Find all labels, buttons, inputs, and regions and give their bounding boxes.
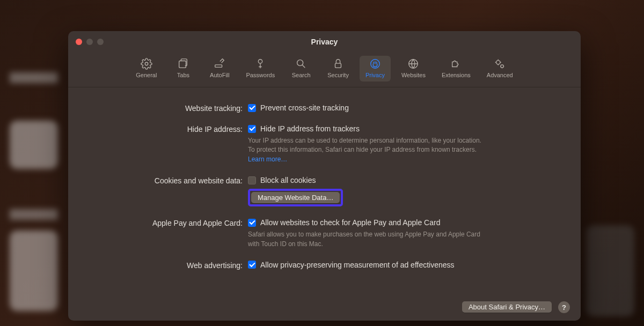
apple-pay-help: Safari allows you to make purchases on t… <box>248 230 484 249</box>
safari-preferences-window: Privacy General Tabs AutoFill Passwords … <box>68 31 581 321</box>
tab-label: AutoFill <box>210 72 230 78</box>
web-advertising-label: Web advertising: <box>84 261 248 270</box>
tab-label: Advanced <box>487 72 513 78</box>
tab-autofill[interactable]: AutoFill <box>204 56 235 82</box>
tab-general[interactable]: General <box>130 56 162 82</box>
tab-tabs[interactable]: Tabs <box>167 56 199 82</box>
svg-rect-1 <box>179 61 186 68</box>
tabs-icon <box>177 58 189 70</box>
cookies-label: Cookies and website data: <box>84 176 248 185</box>
apple-pay-checkbox[interactable] <box>248 219 256 227</box>
prevent-cross-site-tracking-checkbox[interactable] <box>248 104 256 112</box>
learn-more-link[interactable]: Learn more… <box>248 155 287 163</box>
ad-measurement-text: Allow privacy-preserving measurement of … <box>260 261 455 269</box>
apple-pay-label: Apple Pay and Apple Card: <box>84 218 248 227</box>
hide-ip-help: Your IP address can be used to determine… <box>248 136 484 164</box>
highlight-annotation: Manage Website Data… <box>248 189 343 206</box>
tab-advanced[interactable]: Advanced <box>481 56 518 82</box>
tab-label: Extensions <box>442 72 471 78</box>
pen-icon <box>214 58 225 70</box>
tab-label: Security <box>327 72 349 78</box>
svg-rect-2 <box>215 65 222 68</box>
hide-ip-checkbox[interactable] <box>248 125 256 133</box>
manage-website-data-button[interactable]: Manage Website Data… <box>251 192 340 203</box>
svg-rect-5 <box>335 63 341 68</box>
tab-label: General <box>136 72 157 78</box>
titlebar[interactable]: Privacy <box>68 31 581 53</box>
tab-privacy[interactable]: Privacy <box>360 56 391 82</box>
search-icon <box>295 58 307 70</box>
ad-measurement-checkbox[interactable] <box>248 261 256 269</box>
tab-label: Privacy <box>365 72 385 78</box>
svg-point-8 <box>496 61 500 64</box>
tab-label: Websites <box>401 72 426 78</box>
key-icon <box>254 58 266 70</box>
prevent-cross-site-tracking-text: Prevent cross-site tracking <box>260 103 349 112</box>
tab-passwords[interactable]: Passwords <box>240 56 280 82</box>
tab-search[interactable]: Search <box>286 56 317 82</box>
hide-ip-text: Hide IP address from trackers <box>260 124 360 133</box>
privacy-content: Website tracking: Prevent cross-site tra… <box>68 87 581 287</box>
globe-icon <box>407 58 419 70</box>
window-title: Privacy <box>68 38 581 46</box>
gears-icon <box>494 58 506 70</box>
svg-point-0 <box>145 62 148 65</box>
website-tracking-label: Website tracking: <box>84 103 248 113</box>
lock-icon <box>332 58 344 70</box>
puzzle-icon <box>450 58 462 70</box>
block-cookies-text: Block all cookies <box>260 176 316 184</box>
svg-point-9 <box>501 65 504 68</box>
apple-pay-text: Allow websites to check for Apple Pay an… <box>260 218 440 227</box>
preferences-toolbar: General Tabs AutoFill Passwords Search S… <box>68 53 581 87</box>
svg-point-4 <box>297 60 303 66</box>
svg-point-3 <box>259 60 262 63</box>
tab-security[interactable]: Security <box>322 56 354 82</box>
tab-extensions[interactable]: Extensions <box>436 56 476 82</box>
hand-icon <box>369 58 381 70</box>
gear-icon <box>141 58 152 70</box>
tab-label: Search <box>292 72 311 78</box>
about-safari-privacy-button[interactable]: About Safari & Privacy… <box>462 301 552 313</box>
tab-label: Passwords <box>246 72 275 78</box>
hide-ip-label: Hide IP address: <box>84 124 248 134</box>
tab-websites[interactable]: Websites <box>396 56 431 82</box>
help-button[interactable]: ? <box>558 301 570 313</box>
block-cookies-checkbox[interactable] <box>248 176 256 184</box>
tab-label: Tabs <box>177 72 189 78</box>
footer: About Safari & Privacy… ? <box>462 301 570 313</box>
